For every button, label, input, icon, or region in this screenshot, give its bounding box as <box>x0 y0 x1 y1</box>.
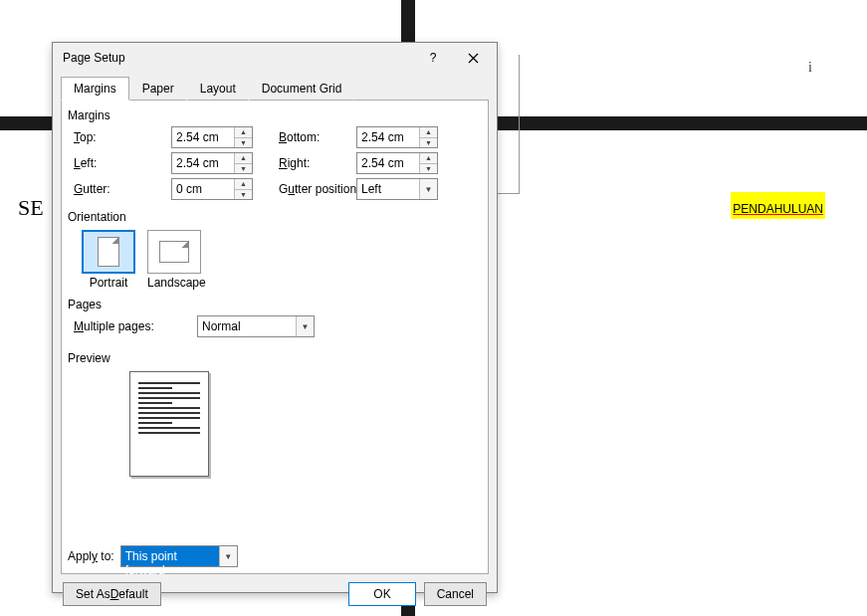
tab-paper[interactable]: Paper <box>129 77 187 101</box>
apply-to-label: Apply to: <box>68 549 114 563</box>
chevron-down-icon: ▼ <box>219 546 237 566</box>
ok-button[interactable]: OK <box>348 582 415 606</box>
help-icon: ? <box>430 51 437 65</box>
dialog-tabs: Margins Paper Layout Document Grid <box>53 73 497 101</box>
multiple-pages-combo[interactable]: Normal ▼ <box>197 315 315 337</box>
landscape-label: Landscape <box>147 276 206 290</box>
spin-up-icon[interactable]: ▲ <box>420 127 437 138</box>
portrait-label: Portrait <box>82 276 135 290</box>
spin-down-icon[interactable]: ▼ <box>235 138 252 148</box>
dialog-button-row: Set As Default OK Cancel <box>53 582 497 616</box>
preview-heading: Preview <box>68 351 482 365</box>
spin-up-icon[interactable]: ▲ <box>235 179 252 190</box>
pages-heading: Pages <box>68 298 482 311</box>
close-button[interactable] <box>453 45 493 71</box>
preview-page-icon <box>129 371 209 477</box>
chevron-down-icon: ▼ <box>296 316 314 336</box>
spin-down-icon[interactable]: ▼ <box>420 164 437 174</box>
page-setup-dialog: Page Setup ? Margins Paper Layout Docume… <box>52 42 498 593</box>
multiple-pages-value: Normal <box>198 316 296 336</box>
orientation-heading: Orientation <box>68 210 482 224</box>
partial-text-se: SE <box>18 195 44 221</box>
cancel-button[interactable]: Cancel <box>424 582 487 606</box>
close-icon <box>468 53 479 64</box>
gutter-spinner[interactable]: ▲▼ <box>171 178 253 200</box>
orientation-portrait[interactable]: Portrait <box>82 230 135 290</box>
margin-right-spinner[interactable]: ▲▼ <box>356 152 438 174</box>
gutter-pos-label: Gutter position: <box>279 182 338 196</box>
tab-layout[interactable]: Layout <box>187 77 249 101</box>
multiple-pages-label: Multiple pages: <box>74 319 185 333</box>
apply-to-combo[interactable]: This point forward ▼ <box>120 545 238 567</box>
portrait-page-icon <box>98 237 119 267</box>
gutter-pos-value: Left <box>357 179 419 199</box>
dialog-title: Page Setup <box>63 51 413 65</box>
gutter-pos-combo[interactable]: Left ▼ <box>356 178 438 200</box>
tab-document-grid[interactable]: Document Grid <box>249 77 355 101</box>
apply-to-value: This point forward <box>121 546 219 566</box>
gutter-label: Gutter: <box>74 182 153 196</box>
spin-down-icon[interactable]: ▼ <box>420 138 437 148</box>
tab-panel-margins: Margins Top: ▲▼ Bottom: ▲▼ Left: ▲▼ Righ… <box>61 101 489 574</box>
highlighted-text-pendahuluan[interactable]: PENDAHULUAN <box>731 192 825 219</box>
margin-top-spinner[interactable]: ▲▼ <box>171 126 253 148</box>
gutter-input[interactable] <box>172 179 234 199</box>
margin-left-spinner[interactable]: ▲▼ <box>171 152 253 174</box>
page-number-i: i <box>808 60 812 76</box>
margin-bottom-input[interactable] <box>357 127 419 147</box>
margin-right-input[interactable] <box>357 153 419 173</box>
margin-left-label: Left: <box>74 156 153 170</box>
chevron-down-icon: ▼ <box>419 179 437 199</box>
margin-bottom-label: Bottom: <box>279 130 338 144</box>
margin-right-label: Right: <box>279 156 338 170</box>
orientation-landscape[interactable]: Landscape <box>147 230 206 290</box>
landscape-page-icon <box>159 241 189 263</box>
dialog-titlebar: Page Setup ? <box>53 43 497 73</box>
help-button[interactable]: ? <box>413 45 453 71</box>
margin-top-label: Top: <box>74 130 153 144</box>
spin-up-icon[interactable]: ▲ <box>235 153 252 164</box>
margins-heading: Margins <box>68 108 482 122</box>
margin-top-input[interactable] <box>172 127 234 147</box>
tab-margins[interactable]: Margins <box>61 77 129 101</box>
spin-up-icon[interactable]: ▲ <box>420 153 437 164</box>
spin-up-icon[interactable]: ▲ <box>235 127 252 138</box>
margin-bottom-spinner[interactable]: ▲▼ <box>356 126 438 148</box>
spin-down-icon[interactable]: ▼ <box>235 164 252 174</box>
spin-down-icon[interactable]: ▼ <box>235 190 252 200</box>
set-as-default-button[interactable]: Set As Default <box>63 582 161 606</box>
margin-left-input[interactable] <box>172 153 234 173</box>
